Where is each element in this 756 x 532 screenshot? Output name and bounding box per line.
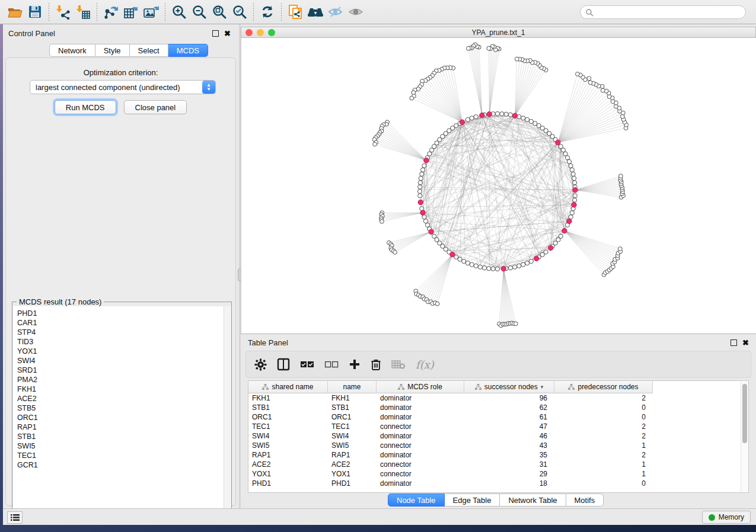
deselect-all-button[interactable] <box>324 355 339 373</box>
graph-node[interactable] <box>525 117 529 121</box>
graph-hub-node[interactable] <box>450 252 455 257</box>
graph-node[interactable] <box>467 46 471 50</box>
memory-button[interactable]: Memory <box>702 511 751 524</box>
table-row[interactable]: ORC1ORC1dominator610 <box>248 412 735 422</box>
graph-node[interactable] <box>508 113 512 117</box>
graph-hub-node[interactable] <box>562 228 567 233</box>
list-item[interactable]: RAP1 <box>17 422 231 432</box>
close-panel-button[interactable]: Close panel <box>124 100 187 114</box>
export-image-button[interactable] <box>141 2 161 21</box>
import-table-button[interactable] <box>73 2 93 21</box>
table-row[interactable]: RAP1RAP1dominator352 <box>248 450 735 460</box>
zoom-out-button[interactable] <box>189 2 209 21</box>
export-network-button[interactable] <box>101 2 121 21</box>
graph-node[interactable] <box>576 72 580 76</box>
graph-hub-node[interactable] <box>487 112 492 117</box>
zoom-in-button[interactable] <box>169 2 189 21</box>
tab-style[interactable]: Style <box>95 44 130 57</box>
zoom-fit-button[interactable] <box>209 2 229 21</box>
graph-node[interactable] <box>500 112 504 116</box>
graph-node[interactable] <box>521 262 525 267</box>
list-item[interactable]: SWI5 <box>17 441 231 451</box>
graph-hub-node[interactable] <box>573 188 578 193</box>
run-mcds-button[interactable]: Run MCDS <box>55 100 116 114</box>
table-row[interactable]: SWI5SWI5connector431 <box>248 441 735 450</box>
node-table[interactable]: shared namenameMCDS rolesuccessor nodes▾… <box>248 380 749 493</box>
list-item[interactable]: GCR1 <box>17 460 231 470</box>
graph-node[interactable] <box>570 211 574 215</box>
graph-node[interactable] <box>525 261 529 265</box>
graph-node[interactable] <box>487 267 491 271</box>
graph-node[interactable] <box>495 111 499 116</box>
network-graph[interactable] <box>241 38 756 334</box>
tab-edge-table[interactable]: Edge Table <box>445 493 500 507</box>
tab-select[interactable]: Select <box>130 44 168 57</box>
graph-node[interactable] <box>529 119 533 123</box>
column-header-shared-name[interactable]: shared name <box>248 381 328 393</box>
column-view-button[interactable] <box>277 355 290 373</box>
network-titlebar[interactable]: YPA_prune.txt_1 <box>241 27 756 38</box>
table-row[interactable]: SWI4SWI4dominator462 <box>248 431 735 441</box>
graph-node[interactable] <box>619 174 623 178</box>
graph-hub-node[interactable] <box>548 245 553 250</box>
table-row[interactable]: YOX1YOX1connector291 <box>248 469 735 479</box>
graph-node[interactable] <box>421 168 425 172</box>
network-canvas[interactable] <box>241 38 756 334</box>
table-row[interactable]: FKH1FKH1dominator962 <box>248 393 735 403</box>
graph-hub-node[interactable] <box>418 200 423 204</box>
table-row[interactable]: STB1STB1dominator620 <box>248 403 735 412</box>
graph-hub-node[interactable] <box>512 113 517 118</box>
search-field[interactable] <box>580 5 746 19</box>
graph-node[interactable] <box>470 116 474 120</box>
graph-node[interactable] <box>482 266 486 270</box>
binoculars-button[interactable] <box>305 2 326 21</box>
graph-node[interactable] <box>491 267 495 271</box>
float-panel-icon[interactable] <box>731 339 737 346</box>
list-item[interactable]: PMA2 <box>17 375 231 384</box>
add-column-button[interactable] <box>349 355 361 373</box>
delete-table-button[interactable] <box>391 355 406 373</box>
select-all-button[interactable] <box>300 355 314 373</box>
import-network-button[interactable] <box>53 2 73 21</box>
delete-column-button[interactable] <box>371 355 381 373</box>
graph-node[interactable] <box>573 194 577 198</box>
graph-node[interactable] <box>569 164 573 168</box>
graph-node[interactable] <box>567 159 571 164</box>
export-table-button[interactable] <box>121 2 141 21</box>
refresh-button[interactable] <box>257 2 277 21</box>
close-panel-icon[interactable]: ✖ <box>742 339 749 347</box>
list-item[interactable]: STP4 <box>17 328 231 337</box>
graph-node[interactable] <box>422 164 426 168</box>
list-item[interactable]: STB5 <box>17 403 231 413</box>
table-scrollbar[interactable] <box>741 382 748 492</box>
list-item[interactable]: STB1 <box>17 432 231 441</box>
graph-node[interactable] <box>418 185 422 189</box>
search-input[interactable] <box>594 8 745 17</box>
graph-node[interactable] <box>474 264 478 268</box>
save-button[interactable] <box>25 2 45 21</box>
graph-node[interactable] <box>373 142 377 146</box>
graph-node[interactable] <box>380 219 384 223</box>
column-header-predecessor-nodes[interactable]: predecessor nodes <box>554 381 653 393</box>
table-row[interactable]: ACE2ACE2connector311 <box>248 460 735 469</box>
show-all-button[interactable] <box>346 2 366 21</box>
list-item[interactable]: ACE2 <box>17 394 231 403</box>
graph-node[interactable] <box>474 115 478 119</box>
graph-node[interactable] <box>417 189 422 193</box>
graph-hub-node[interactable] <box>429 229 433 234</box>
graph-hub-node[interactable] <box>572 203 576 207</box>
copy-network-button[interactable] <box>285 2 305 21</box>
graph-node[interactable] <box>573 181 577 185</box>
graph-node[interactable] <box>572 176 576 180</box>
list-item[interactable]: TID3 <box>17 337 231 347</box>
open-file-button[interactable] <box>5 2 25 21</box>
graph-node[interactable] <box>521 116 525 120</box>
list-item[interactable]: PHD1 <box>17 309 231 318</box>
graph-node[interactable] <box>478 265 482 269</box>
hide-selected-button[interactable] <box>326 2 346 21</box>
graph-hub-node[interactable] <box>501 266 506 271</box>
tab-network-table[interactable]: Network Table <box>500 493 566 507</box>
graph-node[interactable] <box>601 88 605 92</box>
graph-node[interactable] <box>513 265 517 269</box>
graph-node[interactable] <box>393 250 397 254</box>
